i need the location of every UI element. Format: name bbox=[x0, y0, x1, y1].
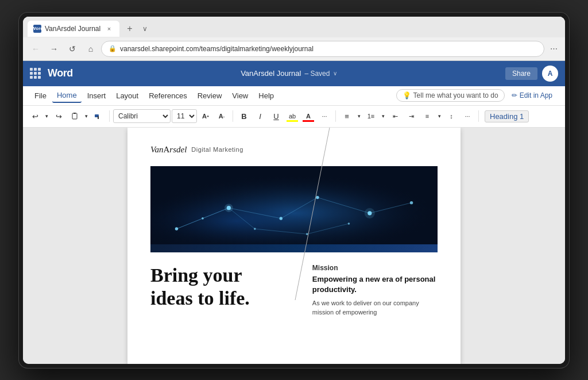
clipboard-dropdown[interactable]: ▾ bbox=[83, 109, 90, 124]
font-more-button[interactable]: ··· bbox=[317, 109, 332, 124]
tab-close-button[interactable]: × bbox=[105, 24, 114, 33]
svg-point-22 bbox=[280, 217, 283, 220]
refresh-button[interactable]: ↺ bbox=[64, 41, 80, 57]
separator-3 bbox=[335, 110, 336, 122]
doc-saved-status: – Saved bbox=[304, 70, 330, 78]
svg-point-28 bbox=[225, 204, 233, 212]
italic-button[interactable]: I bbox=[253, 109, 268, 124]
document-title-area: VanArsdel Journal – Saved ∨ bbox=[80, 69, 498, 78]
align-dropdown[interactable]: ▾ bbox=[436, 109, 443, 124]
font-family-select[interactable]: Calibri bbox=[113, 109, 171, 123]
menu-home[interactable]: Home bbox=[52, 89, 82, 103]
increase-indent-button[interactable]: ⇥ bbox=[404, 109, 419, 124]
line-spacing-button[interactable]: ↕ bbox=[444, 109, 459, 124]
numbering-button[interactable]: 1≡ bbox=[363, 109, 378, 124]
increase-font-button[interactable]: A+ bbox=[198, 109, 213, 124]
hero-image bbox=[150, 166, 438, 252]
mission-body: As we work to deliver on our company mis… bbox=[312, 298, 438, 317]
format-painter-button[interactable] bbox=[91, 109, 106, 124]
svg-point-21 bbox=[254, 228, 256, 230]
address-bar[interactable]: 🔒 vanarsdel.sharepoint.com/teams/digital… bbox=[101, 41, 544, 57]
ribbon-menu: File Home Insert Layout References Revie… bbox=[23, 86, 565, 106]
menu-help[interactable]: Help bbox=[254, 89, 278, 102]
address-url: vanarsdel.sharepoint.com/teams/digitalma… bbox=[120, 45, 314, 53]
redo-button[interactable]: ↪ bbox=[51, 109, 66, 124]
underline-button[interactable]: U bbox=[269, 109, 284, 124]
edit-pencil-icon: ✏ bbox=[512, 91, 517, 99]
word-appbar: Word VanArsdel Journal – Saved ∨ Share A bbox=[23, 61, 565, 86]
edit-in-app-button[interactable]: ✏ Edit in App bbox=[506, 90, 558, 101]
device-frame: Word VanArsdel Journal × + ∨ ← → ↺ ⌂ 🔒 v… bbox=[18, 12, 570, 369]
font-size-select[interactable]: 11 bbox=[172, 109, 197, 123]
separator-4 bbox=[478, 110, 479, 122]
bold-button[interactable]: B bbox=[237, 109, 252, 124]
svg-rect-1 bbox=[74, 113, 76, 114]
menu-references[interactable]: References bbox=[144, 89, 191, 102]
align-button[interactable]: ≡ bbox=[420, 109, 435, 124]
menu-layout[interactable]: Layout bbox=[111, 89, 143, 102]
document-page: VanArsdel Digital Marketing bbox=[127, 128, 461, 364]
bullets-button[interactable]: ≡ bbox=[339, 109, 354, 124]
share-button[interactable]: Share bbox=[505, 67, 537, 80]
appbar-right: Share A bbox=[505, 66, 558, 82]
undo-group: ↩ ▾ bbox=[28, 109, 50, 124]
decrease-font-button[interactable]: A- bbox=[214, 109, 229, 124]
tell-me-icon: 💡 bbox=[403, 91, 411, 99]
svg-point-23 bbox=[316, 195, 319, 198]
svg-point-27 bbox=[306, 233, 308, 235]
forward-button[interactable]: → bbox=[46, 41, 62, 57]
clipboard-group: ▾ bbox=[67, 109, 90, 124]
mission-text: Empowering a new era of personal product… bbox=[312, 274, 438, 295]
highlight-button[interactable]: ab bbox=[285, 109, 300, 124]
undo-button[interactable]: ↩ bbox=[28, 109, 42, 124]
svg-point-26 bbox=[410, 201, 413, 204]
mission-label: Mission bbox=[312, 264, 438, 272]
tab-favicon: Word bbox=[33, 25, 41, 33]
browser-menu-button[interactable]: ⋯ bbox=[547, 42, 560, 56]
separator-1 bbox=[109, 110, 110, 122]
numbering-dropdown[interactable]: ▾ bbox=[380, 109, 386, 124]
screen: Word VanArsdel Journal × + ∨ ← → ↺ ⌂ 🔒 v… bbox=[23, 17, 565, 364]
doc-content: VanArsdel Digital Marketing bbox=[127, 128, 461, 329]
vanarsdel-logo: VanArsdel bbox=[150, 145, 187, 155]
tab-dropdown-button[interactable]: ∨ bbox=[138, 22, 152, 36]
browser-chrome: Word VanArsdel Journal × + ∨ ← → ↺ ⌂ 🔒 v… bbox=[23, 17, 565, 61]
ribbon-toolbar: ↩ ▾ ↪ ▾ Calibri 11 A+ A- B bbox=[23, 106, 565, 128]
browser-tabs: Word VanArsdel Journal × + ∨ bbox=[23, 17, 565, 37]
browser-nav: ← → ↺ ⌂ 🔒 vanarsdel.sharepoint.com/teams… bbox=[23, 37, 565, 60]
browser-tab[interactable]: Word VanArsdel Journal × bbox=[28, 21, 119, 37]
clipboard-button[interactable] bbox=[67, 109, 82, 124]
menu-insert[interactable]: Insert bbox=[83, 89, 111, 102]
more-options-button[interactable]: ··· bbox=[460, 109, 475, 124]
edit-in-app-label: Edit in App bbox=[520, 91, 552, 99]
doc-chevron-icon[interactable]: ∨ bbox=[333, 70, 337, 76]
tell-me-text: Tell me what you want to do bbox=[413, 91, 498, 99]
heading-style-button[interactable]: Heading 1 bbox=[485, 110, 529, 122]
waffle-icon[interactable] bbox=[30, 68, 41, 79]
doc-left-column: Bring your ideas to life. bbox=[150, 264, 301, 317]
document-area: VanArsdel Digital Marketing bbox=[23, 128, 565, 364]
menu-review[interactable]: Review bbox=[193, 89, 227, 102]
svg-rect-0 bbox=[72, 113, 77, 119]
svg-rect-3 bbox=[98, 116, 99, 119]
profile-avatar[interactable]: A bbox=[542, 66, 558, 82]
undo-dropdown[interactable]: ▾ bbox=[43, 109, 50, 124]
back-button[interactable]: ← bbox=[28, 41, 44, 57]
address-lock-icon: 🔒 bbox=[109, 45, 117, 52]
decrease-indent-button[interactable]: ⇤ bbox=[388, 109, 403, 124]
word-logo: Word bbox=[48, 67, 73, 79]
bullets-dropdown[interactable]: ▾ bbox=[355, 109, 362, 124]
doc-header: VanArsdel Digital Marketing bbox=[150, 145, 438, 155]
doc-right-column: Mission Empowering a new era of personal… bbox=[312, 264, 438, 317]
svg-point-19 bbox=[202, 217, 204, 220]
home-button[interactable]: ⌂ bbox=[83, 41, 99, 57]
new-tab-button[interactable]: + bbox=[122, 21, 138, 37]
svg-point-24 bbox=[348, 222, 350, 225]
doc-header-subtitle: Digital Marketing bbox=[191, 146, 243, 153]
font-color-button[interactable]: A bbox=[301, 109, 316, 124]
menu-view[interactable]: View bbox=[227, 89, 253, 102]
separator-2 bbox=[233, 110, 233, 122]
tell-me-input[interactable]: 💡 Tell me what you want to do bbox=[396, 89, 505, 102]
hero-svg bbox=[150, 166, 438, 244]
menu-file[interactable]: File bbox=[30, 89, 51, 102]
